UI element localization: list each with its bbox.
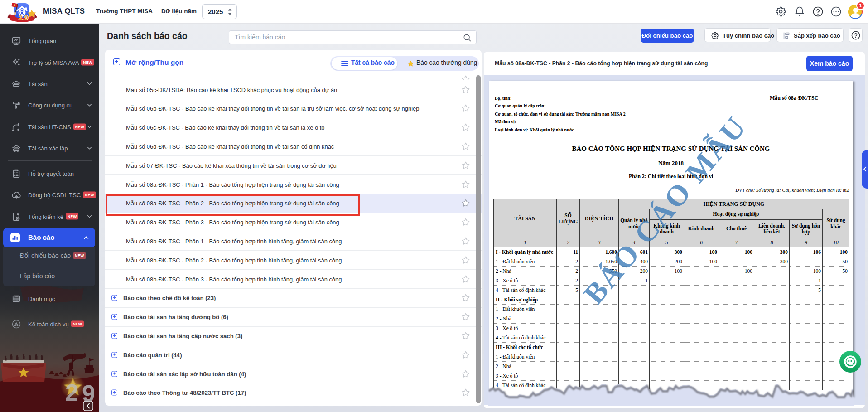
svg-text:2.9: 2.9 [19, 14, 29, 21]
